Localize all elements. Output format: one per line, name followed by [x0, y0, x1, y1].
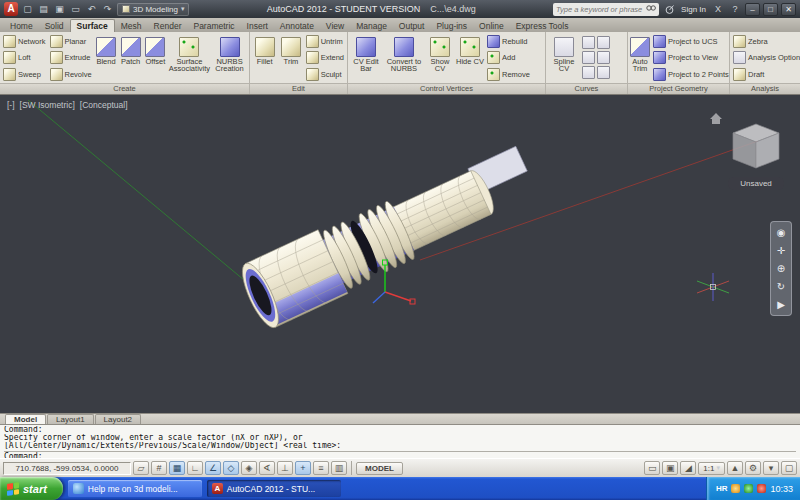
- steering-wheel-icon[interactable]: ◉: [773, 225, 789, 240]
- tab-parametric[interactable]: Parametric: [187, 20, 240, 32]
- orbit-icon[interactable]: ↻: [773, 279, 789, 294]
- tab-home[interactable]: Home: [4, 20, 39, 32]
- tab-online[interactable]: Online: [473, 20, 510, 32]
- tray-icon-1[interactable]: [731, 484, 740, 493]
- clock[interactable]: 10:33: [770, 484, 793, 494]
- sculpt-button[interactable]: Sculpt: [305, 68, 345, 81]
- workspace-switcher[interactable]: 3D Modeling ▾: [117, 3, 189, 16]
- spline-fit-icon[interactable]: [582, 36, 595, 49]
- search-input[interactable]: [556, 5, 646, 14]
- cv-edit-bar-button[interactable]: CV Edit Bar: [350, 35, 382, 81]
- viewport-visual-style-menu[interactable]: [Conceptual]: [80, 100, 128, 110]
- viewport-view-menu[interactable]: [SW Isometric]: [20, 100, 75, 110]
- redo-icon[interactable]: ↷: [101, 3, 114, 16]
- rebuild-button[interactable]: Rebuild: [486, 35, 531, 48]
- add-button[interactable]: Add: [486, 51, 531, 64]
- taskbar-item-browser[interactable]: Help me on 3d modeli...: [68, 480, 202, 497]
- infocenter-search[interactable]: [553, 3, 659, 16]
- annotation-visibility-icon[interactable]: ▲: [727, 461, 743, 475]
- sign-in-link[interactable]: Sign In: [681, 5, 706, 14]
- autocad-app-logo-icon[interactable]: A: [4, 2, 18, 16]
- spline-cv-button[interactable]: Spline CV: [548, 35, 580, 81]
- panel-label-curves[interactable]: Curves: [546, 83, 627, 94]
- curve-tools-icon[interactable]: [597, 66, 610, 79]
- show-cv-button[interactable]: Show CV: [426, 35, 454, 81]
- surface-associativity-toggle[interactable]: Surface Associativity: [169, 35, 210, 81]
- tab-output[interactable]: Output: [393, 20, 431, 32]
- viewport-controls-menu[interactable]: [-]: [7, 100, 15, 110]
- tab-model[interactable]: Model: [5, 414, 46, 424]
- ortho-toggle[interactable]: ∟: [187, 461, 203, 475]
- convert-to-nurbs-button[interactable]: Convert to NURBS: [384, 35, 424, 81]
- analysis-options-button[interactable]: Analysis Options: [732, 51, 800, 64]
- trim-button[interactable]: Trim: [279, 35, 302, 81]
- quick-view-drawings-icon[interactable]: ▣: [662, 461, 678, 475]
- start-button[interactable]: start: [0, 477, 63, 500]
- quick-view-layouts-icon[interactable]: ▭: [644, 461, 660, 475]
- panel-label-control-vertices[interactable]: Control Vertices: [348, 83, 545, 94]
- ducs-toggle[interactable]: ⊥: [277, 461, 293, 475]
- clean-screen-icon[interactable]: ▢: [781, 461, 797, 475]
- fillet-button[interactable]: Fillet: [252, 35, 277, 81]
- command-window[interactable]: Command: Specify corner of window, enter…: [0, 424, 800, 458]
- maximize-button[interactable]: □: [763, 3, 778, 16]
- pan-icon[interactable]: ✛: [773, 243, 789, 258]
- annotation-scale-icon[interactable]: ◢: [680, 461, 696, 475]
- viewcube-home-icon[interactable]: [710, 113, 722, 124]
- drawing-viewport[interactable]: Unsaved [-] [SW Isometric] [Conceptual] …: [0, 95, 800, 413]
- blend-button[interactable]: Blend: [95, 35, 118, 81]
- tab-layout1[interactable]: Layout1: [47, 414, 93, 424]
- viewcube[interactable]: Unsaved: [710, 113, 784, 190]
- tab-render[interactable]: Render: [148, 20, 188, 32]
- tab-solid[interactable]: Solid: [39, 20, 70, 32]
- coordinate-readout[interactable]: 710.7688, -599.0534, 0.0000: [3, 462, 131, 475]
- project-to-view-button[interactable]: Project to View: [652, 51, 729, 64]
- infer-constraints-toggle[interactable]: ▱: [133, 461, 149, 475]
- auto-trim-toggle[interactable]: Auto Trim: [630, 35, 650, 81]
- extract-isoline-icon[interactable]: [582, 51, 595, 64]
- osnap-toggle[interactable]: ◇: [223, 461, 239, 475]
- patch-button[interactable]: Patch: [119, 35, 142, 81]
- zebra-button[interactable]: Zebra: [732, 35, 800, 48]
- dynamic-input-toggle[interactable]: +: [295, 461, 311, 475]
- undo-icon[interactable]: ↶: [85, 3, 98, 16]
- language-indicator[interactable]: HR: [716, 484, 728, 493]
- remove-button[interactable]: Remove: [486, 68, 531, 81]
- qnew-icon[interactable]: ▢: [21, 3, 34, 16]
- tab-layout2[interactable]: Layout2: [95, 414, 141, 424]
- loft-button[interactable]: Loft: [2, 51, 47, 64]
- communication-center-icon[interactable]: [662, 3, 676, 16]
- tray-icon-3[interactable]: [757, 484, 766, 493]
- revolve-button[interactable]: Revolve: [49, 68, 93, 81]
- draft-button[interactable]: Draft: [732, 68, 800, 81]
- save-icon[interactable]: ▣: [53, 3, 66, 16]
- planar-button[interactable]: Planar: [49, 35, 93, 48]
- project-to-2-points-button[interactable]: Project to 2 Points: [652, 68, 729, 81]
- project-to-ucs-button[interactable]: Project to UCS: [652, 35, 729, 48]
- otrack-toggle[interactable]: ∢: [259, 461, 275, 475]
- hide-cv-button[interactable]: Hide CV: [456, 35, 484, 81]
- transparency-toggle[interactable]: ▥: [331, 461, 347, 475]
- offset-button[interactable]: Offset: [144, 35, 167, 81]
- open-icon[interactable]: ▤: [37, 3, 50, 16]
- tab-express-tools[interactable]: Express Tools: [510, 20, 575, 32]
- showmotion-icon[interactable]: ▶: [773, 297, 789, 312]
- tab-plugins[interactable]: Plug-ins: [430, 20, 473, 32]
- threaded-cylinder-model[interactable]: [235, 139, 542, 332]
- tab-surface[interactable]: Surface: [70, 19, 115, 32]
- sweep-button[interactable]: Sweep: [2, 68, 47, 81]
- lineweight-toggle[interactable]: ≡: [313, 461, 329, 475]
- tab-view[interactable]: View: [320, 20, 350, 32]
- workspace-gear-icon[interactable]: ⚙: [745, 461, 761, 475]
- tab-insert[interactable]: Insert: [241, 20, 274, 32]
- status-menu-chevron-icon[interactable]: ▾: [763, 461, 779, 475]
- extrude-button[interactable]: Extrude: [49, 51, 93, 64]
- nurbs-creation-toggle[interactable]: NURBS Creation: [212, 35, 247, 81]
- tab-mesh[interactable]: Mesh: [115, 20, 148, 32]
- polar-tracking-toggle[interactable]: ∠: [205, 461, 221, 475]
- untrim-button[interactable]: Untrim: [305, 35, 345, 48]
- panel-label-project-geometry[interactable]: Project Geometry: [628, 83, 729, 94]
- blend-curve-icon[interactable]: [597, 36, 610, 49]
- close-button[interactable]: ✕: [781, 3, 796, 16]
- panel-label-create[interactable]: Create: [0, 83, 249, 94]
